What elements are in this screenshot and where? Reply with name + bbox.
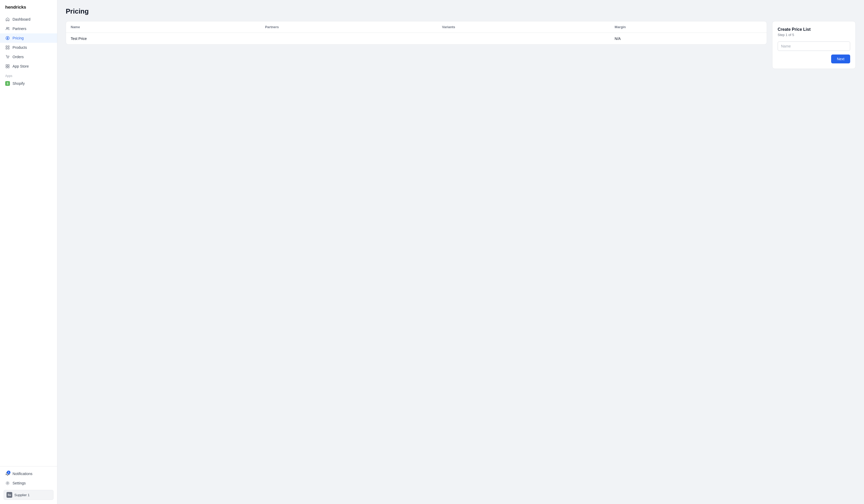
- sidebar-item-products[interactable]: Products: [0, 43, 57, 52]
- cell-name: Test Price: [66, 33, 260, 45]
- app-store-icon: [5, 64, 10, 69]
- col-margin: Margin: [610, 21, 767, 33]
- shopify-icon: S: [5, 81, 10, 86]
- orders-icon: [5, 55, 10, 59]
- sidebar-nav: Dashboard Partners Pricing: [0, 14, 57, 466]
- create-panel-title: Create Price List: [778, 27, 850, 32]
- sidebar-item-notifications[interactable]: 1 Notifications: [0, 469, 57, 478]
- sidebar-item-pricing[interactable]: Pricing: [0, 33, 57, 43]
- create-panel-step: Step 1 of 5: [778, 33, 850, 37]
- col-partners: Partners: [260, 21, 437, 33]
- products-icon: [5, 45, 10, 50]
- settings-label: Settings: [13, 481, 26, 485]
- sidebar-item-label: Products: [13, 45, 27, 50]
- col-variants: Variants: [437, 21, 610, 33]
- sidebar-item-label: Orders: [13, 55, 24, 59]
- sidebar-item-label: Partners: [13, 27, 26, 31]
- svg-point-7: [7, 58, 8, 58]
- sidebar-item-settings[interactable]: Settings: [0, 478, 57, 488]
- svg-rect-12: [8, 67, 9, 68]
- gear-icon: [5, 481, 10, 485]
- create-price-list-panel: Create Price List Step 1 of 5 Next: [772, 21, 856, 69]
- cell-partners: [260, 33, 437, 45]
- notifications-label: Notifications: [13, 472, 32, 476]
- page-title: Pricing: [66, 7, 856, 15]
- panel-footer: Next: [778, 55, 850, 63]
- pricing-table-card: Name Partners Variants Margin Test Price…: [66, 21, 767, 45]
- sidebar-item-label: Dashboard: [13, 17, 31, 21]
- main-content: Pricing Name Partners Variants Margin Te…: [57, 0, 864, 504]
- svg-rect-3: [6, 46, 7, 47]
- sidebar: hendricks Dashboard Partners: [0, 0, 57, 504]
- svg-point-0: [7, 27, 8, 29]
- svg-rect-9: [6, 65, 8, 66]
- sidebar-item-shopify[interactable]: S Shopify: [0, 79, 57, 88]
- svg-rect-5: [6, 48, 7, 49]
- cell-variants: [437, 33, 610, 45]
- next-button[interactable]: Next: [831, 55, 850, 63]
- sidebar-item-app-store[interactable]: App Store: [0, 62, 57, 71]
- sidebar-item-label: Pricing: [13, 36, 24, 40]
- svg-rect-11: [6, 67, 8, 68]
- svg-rect-6: [8, 48, 9, 49]
- cell-margin: N/A: [610, 33, 767, 45]
- svg-text:S: S: [7, 82, 9, 85]
- supplier-name: Supplier 1: [14, 493, 30, 497]
- partners-icon: [5, 26, 10, 31]
- svg-point-8: [8, 58, 9, 58]
- svg-point-1: [8, 27, 9, 28]
- sidebar-item-partners[interactable]: Partners: [0, 24, 57, 33]
- sidebar-item-label: Shopify: [13, 81, 25, 86]
- sidebar-bottom: 1 Notifications Settings Su Supplier 1: [0, 466, 57, 504]
- price-list-name-input[interactable]: [778, 41, 850, 51]
- svg-rect-10: [8, 65, 9, 66]
- pricing-icon: [5, 36, 10, 40]
- pricing-table: Name Partners Variants Margin Test Price…: [66, 21, 767, 44]
- supplier-selector[interactable]: Su Supplier 1: [4, 490, 53, 500]
- supplier-avatar: Su: [7, 492, 12, 498]
- sidebar-item-orders[interactable]: Orders: [0, 52, 57, 62]
- content-area: Name Partners Variants Margin Test Price…: [66, 21, 856, 69]
- table-row[interactable]: Test Price N/A: [66, 33, 767, 45]
- brand-name: hendricks: [0, 0, 57, 14]
- sidebar-item-dashboard[interactable]: Dashboard: [0, 15, 57, 24]
- home-icon: [5, 17, 10, 22]
- notification-badge: 1: [7, 471, 10, 474]
- svg-point-15: [7, 483, 8, 484]
- sidebar-item-label: App Store: [13, 64, 29, 68]
- svg-rect-4: [8, 46, 9, 47]
- apps-section-label: Apps: [0, 71, 57, 79]
- col-name: Name: [66, 21, 260, 33]
